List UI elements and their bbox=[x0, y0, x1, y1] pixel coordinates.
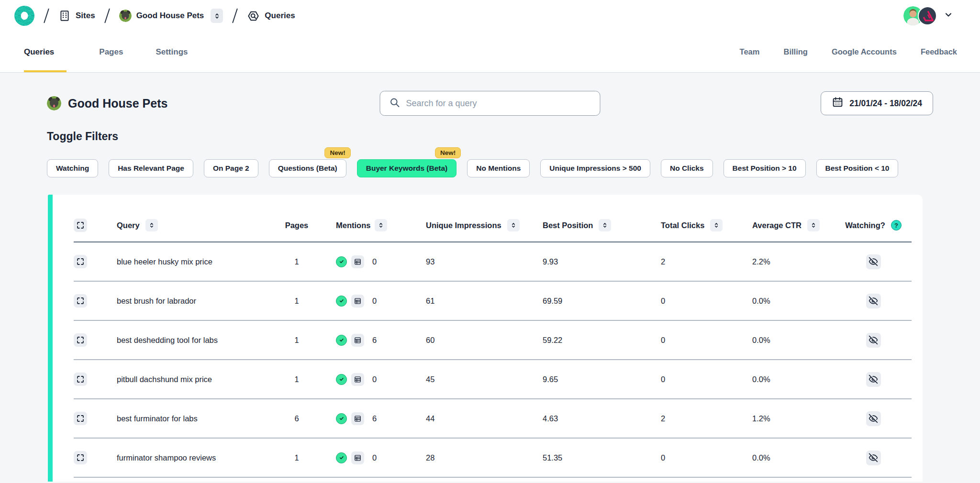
filter-chips: Watching Has Relevant Page On Page 2 New… bbox=[47, 159, 980, 177]
nav-link-team[interactable]: Team bbox=[740, 47, 760, 56]
watch-toggle-button[interactable] bbox=[866, 333, 881, 348]
watch-toggle-button[interactable] bbox=[866, 254, 881, 269]
filter-chip[interactable]: On Page 2 bbox=[204, 159, 258, 177]
filter-chip[interactable]: Has Relevant Page bbox=[109, 159, 193, 177]
question-circle-icon[interactable]: ? bbox=[891, 220, 902, 231]
date-range-button[interactable]: 21/01/24 - 18/02/24 bbox=[821, 91, 933, 115]
pages-count: 1 bbox=[294, 336, 299, 345]
average-ctr-value: 2.2% bbox=[752, 257, 770, 266]
column-header-query: Query bbox=[117, 221, 140, 230]
query-text: furminator shampoo reviews bbox=[117, 453, 216, 462]
expand-row-button[interactable] bbox=[74, 412, 87, 425]
filter-chip[interactable]: Watching bbox=[47, 159, 98, 177]
breadcrumb-sites[interactable]: Sites bbox=[58, 10, 95, 22]
building-icon bbox=[58, 10, 71, 22]
topbar: Sites Good House Pets bbox=[0, 0, 980, 32]
table-body: blue heeler husky mix price 1 bbox=[74, 242, 912, 478]
filter-chip-label: Questions (Beta) bbox=[278, 164, 337, 173]
sort-best-position-button[interactable] bbox=[599, 219, 611, 231]
tab-queries[interactable]: Queries bbox=[24, 32, 67, 72]
watch-toggle-button[interactable] bbox=[866, 450, 881, 465]
unique-impressions-value: 44 bbox=[426, 414, 434, 423]
average-ctr-value: 0.0% bbox=[752, 375, 770, 384]
breadcrumb-queries[interactable]: Queries bbox=[247, 10, 295, 22]
average-ctr-value: 1.2% bbox=[752, 414, 770, 423]
unique-impressions-value: 45 bbox=[426, 375, 434, 384]
org-avatar bbox=[918, 6, 937, 25]
column-header-best-position: Best Position bbox=[543, 221, 593, 230]
mentions-count: 0 bbox=[372, 453, 377, 462]
sort-impressions-button[interactable] bbox=[507, 219, 520, 231]
mentions-table-button[interactable] bbox=[351, 412, 364, 425]
nav-link-billing[interactable]: Billing bbox=[783, 47, 807, 56]
breadcrumb-site-selector[interactable]: Good House Pets bbox=[119, 9, 223, 23]
sort-total-clicks-button[interactable] bbox=[710, 219, 723, 231]
table-row: best brush for labrador 1 bbox=[74, 282, 912, 321]
mentions-table-button[interactable] bbox=[351, 373, 364, 386]
watch-toggle-button[interactable] bbox=[866, 372, 881, 387]
column-header-unique-impressions: Unique Impressions bbox=[426, 221, 501, 230]
pages-count: 1 bbox=[294, 375, 299, 384]
filter-chip[interactable]: Best Position < 10 bbox=[816, 159, 899, 177]
tab-settings[interactable]: Settings bbox=[156, 32, 188, 72]
page-title-group: Good House Pets bbox=[47, 96, 167, 110]
filter-chip[interactable]: No Clicks bbox=[661, 159, 713, 177]
expand-row-button[interactable] bbox=[74, 373, 87, 386]
table-row: furminator shampoo reviews 1 bbox=[74, 439, 912, 478]
search-input[interactable] bbox=[406, 99, 592, 109]
account-menu-chevron-icon[interactable] bbox=[944, 10, 953, 22]
expand-all-button[interactable] bbox=[74, 219, 87, 232]
filter-chip[interactable]: Unique Impressions > 500 bbox=[540, 159, 650, 177]
filter-chip-label: Unique Impressions > 500 bbox=[549, 164, 641, 173]
breadcrumb-sites-label: Sites bbox=[76, 11, 95, 21]
page-title: Good House Pets bbox=[68, 97, 167, 110]
mentions-table-button[interactable] bbox=[351, 451, 364, 464]
pages-count: 1 bbox=[294, 453, 299, 462]
filter-chip[interactable]: Best Position > 10 bbox=[724, 159, 806, 177]
total-clicks-value: 0 bbox=[661, 375, 665, 384]
nav-link-google-accounts[interactable]: Google Accounts bbox=[832, 47, 897, 56]
sort-average-ctr-button[interactable] bbox=[807, 219, 820, 231]
best-position-value: 4.63 bbox=[543, 414, 558, 423]
calendar-icon bbox=[832, 96, 844, 110]
query-text: blue heeler husky mix price bbox=[117, 257, 212, 266]
site-switcher-chevrons-icon[interactable] bbox=[211, 9, 223, 23]
mentions-table-button[interactable] bbox=[351, 334, 364, 347]
expand-row-button[interactable] bbox=[74, 333, 87, 347]
filter-chip-label: On Page 2 bbox=[213, 164, 249, 173]
unique-impressions-value: 61 bbox=[426, 296, 434, 306]
mentions-count: 6 bbox=[372, 336, 377, 345]
tab-pages[interactable]: Pages bbox=[99, 32, 123, 72]
site-avatar bbox=[119, 10, 132, 22]
new-badge: New! bbox=[435, 147, 461, 158]
filter-chip[interactable]: New! Buyer Keywords (Beta) bbox=[357, 159, 457, 177]
watch-toggle-button[interactable] bbox=[866, 411, 881, 426]
mentions-table-button[interactable] bbox=[351, 255, 364, 268]
mentions-count: 0 bbox=[372, 375, 377, 384]
site-avatar bbox=[47, 96, 61, 110]
nav-link-feedback[interactable]: Feedback bbox=[921, 47, 957, 56]
account-avatars[interactable] bbox=[903, 6, 937, 25]
breadcrumb-separator bbox=[44, 8, 49, 23]
mentions-table-button[interactable] bbox=[351, 295, 364, 307]
sort-mentions-button[interactable] bbox=[375, 219, 387, 231]
expand-row-button[interactable] bbox=[74, 255, 87, 268]
check-circle-icon bbox=[336, 374, 347, 385]
expand-row-button[interactable] bbox=[74, 451, 87, 464]
breadcrumb-site-name: Good House Pets bbox=[136, 11, 204, 21]
average-ctr-value: 0.0% bbox=[752, 453, 770, 462]
table-row: blue heeler husky mix price 1 bbox=[74, 242, 912, 282]
expand-row-button[interactable] bbox=[74, 294, 87, 307]
app-logo-icon[interactable] bbox=[14, 6, 34, 26]
check-circle-icon bbox=[336, 452, 347, 463]
query-text: best deshedding tool for labs bbox=[117, 336, 218, 345]
filter-chip[interactable]: No Mentions bbox=[467, 159, 530, 177]
filter-chip[interactable]: New! Questions (Beta) bbox=[269, 159, 346, 177]
pages-count: 1 bbox=[294, 257, 299, 266]
watch-toggle-button[interactable] bbox=[866, 294, 881, 308]
table-accent-bar bbox=[48, 195, 53, 482]
total-clicks-value: 0 bbox=[661, 453, 665, 462]
sort-query-button[interactable] bbox=[145, 219, 158, 231]
average-ctr-value: 0.0% bbox=[752, 296, 770, 306]
breadcrumb-separator bbox=[104, 8, 110, 23]
